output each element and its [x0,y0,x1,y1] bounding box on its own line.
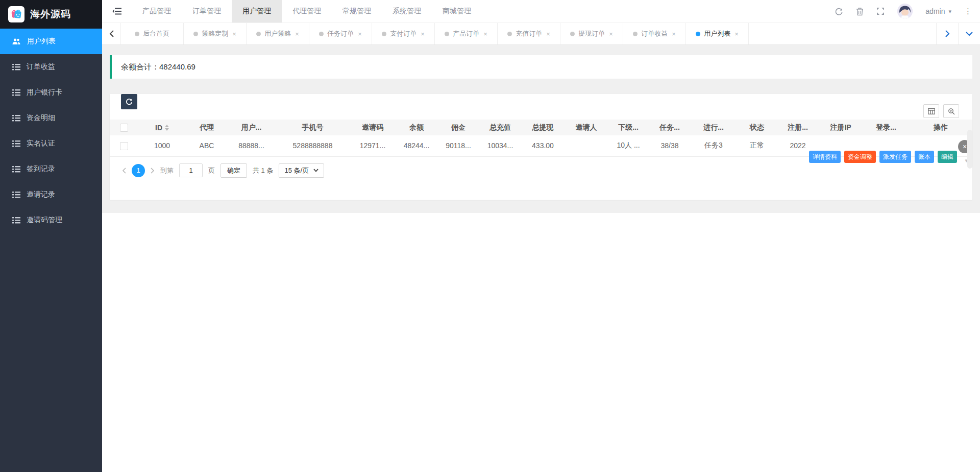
tab-dot [256,32,261,36]
column-filter-button[interactable] [923,104,939,118]
tabs-menu-button[interactable] [958,23,980,44]
topnav-system-mgmt[interactable]: 系统管理 [382,0,432,22]
sidebar-item-fund-detail[interactable]: 资金明细 [0,105,102,131]
topnav-general-mgmt[interactable]: 常规管理 [332,0,382,22]
chevron-right-icon [151,168,155,174]
sidebar-item-user-list[interactable]: 用户列表 [0,29,102,54]
tab-strategy-custom[interactable]: 策略定制 × [184,23,247,44]
content-area: 余额合计：482440.69 [102,45,980,472]
col-user: 用户... [227,120,276,135]
tab-close-icon[interactable]: × [232,30,236,38]
col-actions: 操作 [909,120,972,135]
tab-close-icon[interactable]: × [483,30,487,38]
tab-close-icon[interactable]: × [421,30,425,38]
users-icon [12,38,21,45]
tab-close-icon[interactable]: × [358,30,362,38]
user-menu[interactable]: admin ▾ [925,7,951,15]
topnav-product-mgmt[interactable]: 产品管理 [132,0,182,22]
trash-icon[interactable] [856,7,864,16]
tab-dot [382,32,386,36]
confirm-page-button[interactable]: 确定 [220,163,247,178]
page-number-button[interactable]: 1 [132,164,145,177]
next-page-button[interactable] [151,168,155,174]
header-checkbox-cell [110,120,138,135]
hamburger-icon [112,8,121,15]
tab-close-icon[interactable]: × [734,30,739,38]
total-count-label: 共 1 条 [253,166,273,175]
grid-icon [928,108,935,114]
page-size-select[interactable]: 15 条/页 [279,163,324,178]
prev-page-button[interactable] [122,168,126,174]
cell-invite-code: 12971... [350,135,396,156]
tab-withdraw-orders[interactable]: 提现订单 × [560,23,623,44]
sidebar-item-order-income[interactable]: 订单收益 [0,54,102,80]
sort-icon[interactable] [165,125,169,131]
admin-app: 海外源码 用户列表 订单收益 [0,0,980,472]
fund-adjust-button[interactable]: 资金调整 [844,151,876,163]
row-checkbox-cell [110,135,138,156]
tab-close-icon[interactable]: × [609,30,613,38]
tab-task-orders[interactable]: 任务订单 × [309,23,372,44]
cell-user: 88888... [227,135,276,156]
select-all-checkbox[interactable] [120,124,128,132]
app-title: 海外源码 [30,8,71,21]
sidebar-collapse-button[interactable] [102,0,132,22]
sidebar-item-invite-record[interactable]: 邀请记录 [0,182,102,207]
page-input[interactable] [179,163,203,177]
avatar[interactable] [897,4,913,19]
tab-dot [319,32,324,36]
sidebar-item-label: 签到记录 [27,164,55,174]
caret-down-icon: ▾ [948,8,951,15]
tab-dot [696,32,700,36]
page-suffix-label: 页 [208,166,215,175]
col-invite-code: 邀请码 [350,120,396,135]
tabs-scroll-right-button[interactable] [936,23,958,44]
tab-recharge-orders[interactable]: 充值订单 × [498,23,560,44]
row-checkbox[interactable] [120,142,128,150]
cell-phone: 5288888888 [276,135,350,156]
tab-user-strategy[interactable]: 用户策略 × [247,23,309,44]
tabs-scroll-left-button[interactable] [102,23,121,44]
list-icon [12,217,20,224]
tab-close-icon[interactable]: × [672,30,676,38]
tab-dot [633,32,638,36]
col-phone: 手机号 [276,120,350,135]
tab-order-income[interactable]: 订单收益 × [623,23,686,44]
top-nav: 产品管理 订单管理 用户管理 代理管理 常规管理 系统管理 商城管理 [132,0,482,22]
sidebar-item-label: 用户列表 [27,37,56,46]
table-refresh-button[interactable] [121,94,137,109]
edit-button[interactable]: 编辑 [938,151,957,163]
sidebar-item-checkin-record[interactable]: 签到记录 [0,156,102,182]
tab-payment-orders[interactable]: 支付订单 × [372,23,435,44]
search-button[interactable] [943,104,959,118]
col-total-recharge: 总充值 [479,120,521,135]
detail-info-button[interactable]: 详情资料 [809,151,841,163]
col-id[interactable]: ID [138,120,186,135]
tab-dot [193,32,198,36]
tab-close-icon[interactable]: × [295,30,299,38]
more-options-icon[interactable]: ⋮ [964,7,972,16]
tab-product-orders[interactable]: 产品订单 × [435,23,498,44]
list-icon [12,64,20,70]
topnav-agent-mgmt[interactable]: 代理管理 [282,0,332,22]
chevron-right-icon [945,30,950,37]
col-register-ip: 注册IP [818,120,863,135]
sidebar: 海外源码 用户列表 订单收益 [0,0,102,472]
tab-user-list[interactable]: 用户列表 × [686,23,749,44]
sidebar-item-user-bankcard[interactable]: 用户银行卡 [0,80,102,105]
topnav-order-mgmt[interactable]: 订单管理 [182,0,232,22]
ledger-button[interactable]: 账本 [915,151,934,163]
col-register-time: 注册... [777,120,818,135]
fullscreen-icon[interactable] [876,7,885,15]
tab-dashboard[interactable]: 后台首页 [121,23,184,44]
refresh-icon[interactable] [835,7,843,16]
logo-bag-icon [8,6,24,22]
dispatch-task-button[interactable]: 派发任务 [879,151,911,163]
topnav-mall-mgmt[interactable]: 商城管理 [432,0,482,22]
tab-bar: 后台首页 策略定制 × 用户策略 × 任务订单 × 支付订单 × [102,22,980,45]
tab-close-icon[interactable]: × [546,30,550,38]
sidebar-item-invite-code-mgmt[interactable]: 邀请码管理 [0,207,102,233]
topnav-user-mgmt[interactable]: 用户管理 [232,0,282,22]
table-scrollbar[interactable] [967,130,972,169]
sidebar-item-real-name-auth[interactable]: 实名认证 [0,131,102,156]
